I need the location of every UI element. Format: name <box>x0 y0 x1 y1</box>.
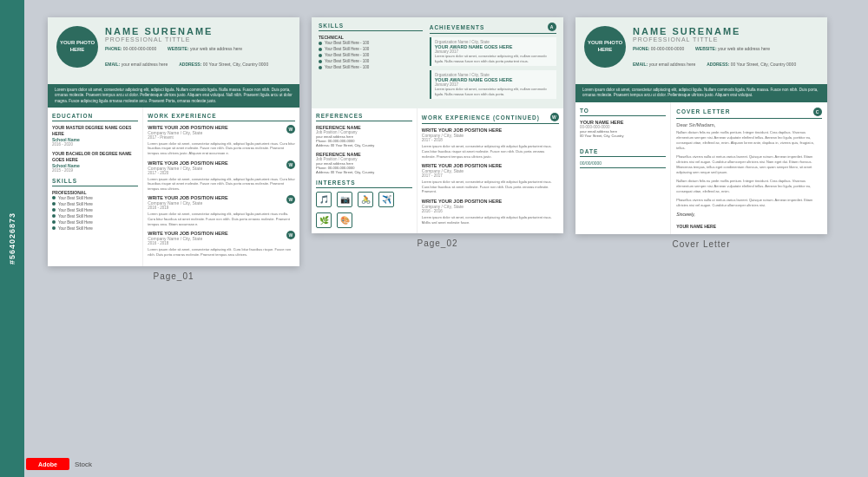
p2-achieve-header: ACHIEVEMENTS A Organization Name / City,… <box>430 23 556 103</box>
work-item-2: W WRITE YOUR JOB POSITION HERE Company N… <box>148 160 295 192</box>
achieve-item-1: Organization Name / City, State YOUR AWA… <box>430 37 556 66</box>
skill-dot <box>52 202 56 206</box>
cl-para3: Nullam dictum felis eu pede mollis preti… <box>676 179 822 194</box>
ref-title: REFERENCES <box>316 113 412 121</box>
cl-to-title: TO <box>580 108 666 116</box>
adobe-stock-text: Stock <box>75 461 92 468</box>
page1-contacts: PHONE: 00-000-000-0000 WEBSITE: your web… <box>105 46 291 62</box>
pages-container: YOUR PHOTO HERE NAME SURENAME PROFESSION… <box>0 0 868 477</box>
cl-photo: YOUR PHOTO HERE <box>584 26 626 68</box>
cl-letter-header: COVER LETTER C <box>676 108 822 119</box>
cl-date-value: 00/00/0000 <box>580 160 666 168</box>
page2-left: REFERENCES REFERENCE NAME Job Position /… <box>312 108 418 233</box>
skills-category: PROFESSIONAL <box>52 190 138 195</box>
cl-left-col: TO YOUR NAME HERE 00-000-000-0000 your e… <box>575 102 671 234</box>
ref-item-2: REFERENCE NAME Job Position / Company yo… <box>316 152 412 174</box>
edu-item-2: YOUR BACHELOR OR DEGREE NAME GOES HERE S… <box>52 151 138 173</box>
cl-para4: Phasellus viverra nulla ut metus varius … <box>676 198 822 208</box>
page1-label: Page_01 <box>153 271 194 281</box>
skill-dot <box>52 220 56 224</box>
page1-bio: Lorem ipsum dolor sit amet, consectetur … <box>48 84 299 108</box>
work-item-4: W WRITE YOUR JOB POSITION HERE Company N… <box>148 231 295 257</box>
page1-header: YOUR PHOTO HERE NAME SURENAME PROFESSION… <box>48 17 299 84</box>
ref-item-1: REFERENCE NAME Job Position / Company yo… <box>316 125 412 147</box>
cl-closing: Sincerely, <box>676 212 822 217</box>
p2-skills-header: SKILLS TECHNICAL Your Best Skill Here - … <box>319 23 423 103</box>
education-title: EDUCATION <box>52 113 138 121</box>
p2-work-item-1: WRITE YOUR JOB POSITION HERE Company / C… <box>422 127 559 159</box>
cl-body: TO YOUR NAME HERE 00-000-000-0000 your e… <box>575 102 827 234</box>
cover-label: Cover Letter <box>672 239 730 249</box>
interest-icons: 🎵 📷 🚴 ✈️ 🌿 🎨 <box>316 192 412 228</box>
page2-right: WORK EXPERIENCE (Continued) W WRITE YOUR… <box>418 108 563 233</box>
p2-work-item-2: WRITE YOUR JOB POSITION HERE Company / C… <box>422 163 559 194</box>
work-item-3: W WRITE YOUR JOB POSITION HERE Company N… <box>148 195 295 226</box>
skill-dot <box>52 214 56 218</box>
interest-music: 🎵 <box>316 192 332 207</box>
photo-placeholder: YOUR PHOTO HERE <box>56 40 98 54</box>
cl-salutation: Dear Sir/Madam, <box>676 122 822 127</box>
cl-right-col: COVER LETTER C Dear Sir/Madam, Nullam di… <box>671 102 827 234</box>
page1-title: PROFESSIONAL TITTLE <box>105 36 291 42</box>
interest-nature: 🌿 <box>316 212 332 228</box>
page2-label: Page_02 <box>417 238 457 248</box>
adobe-badge: Adobe Stock <box>26 458 868 470</box>
skill-row-2: Your Best Skill Here <box>52 202 138 206</box>
skill-dot <box>52 208 56 212</box>
website-item: WEBSITE: your web site address here <box>168 46 242 62</box>
skill-row-4: Your Best Skill Here <box>52 214 138 219</box>
page1-left-col: EDUCATION YOUR MASTER DEGREE NAME GOES H… <box>48 108 143 267</box>
work-item-1: W WRITE YOUR JOB POSITION HERE Company N… <box>148 125 295 156</box>
edu-item-1: YOUR MASTER DEGREE NAME GOES HERE School… <box>52 125 138 147</box>
page1-contacts2: EMAIL: your email address here ADDRESS: … <box>105 62 291 77</box>
cl-date-title: DATE <box>580 148 666 157</box>
page1-photo: YOUR PHOTO HERE <box>56 26 98 68</box>
interest-cycle: 🚴 <box>358 192 373 207</box>
page2-header: SKILLS TECHNICAL Your Best Skill Here - … <box>312 17 563 108</box>
cover-wrapper: YOUR PHOTO HERE NAME SURENAME PROFESSION… <box>575 17 827 249</box>
cl-to-city: 00 Your Street, City, Country <box>580 134 666 138</box>
cl-contacts: PHONE: 00-000-000-0000 WEBSITE: your web… <box>633 46 819 62</box>
p2-work-item-3: WRITE YOUR JOB POSITION HERE Company / C… <box>422 199 559 225</box>
interest-photo: 📷 <box>337 192 352 207</box>
work-title: WORK EXPERIENCE <box>148 113 295 121</box>
cl-photo-placeholder: YOUR PHOTO HERE <box>584 40 626 54</box>
page1-body: EDUCATION YOUR MASTER DEGREE NAME GOES H… <box>48 108 299 267</box>
interest-travel: ✈️ <box>378 192 394 207</box>
cl-title: PROFESSIONAL TITTLE <box>633 36 819 42</box>
page1-right-col: WORK EXPERIENCE W WRITE YOUR JOB POSITIO… <box>143 108 299 267</box>
skill-dot <box>52 226 56 230</box>
cl-header-info: NAME SURENAME PROFESSIONAL TITTLE PHONE:… <box>633 26 819 77</box>
cover-page: YOUR PHOTO HERE NAME SURENAME PROFESSION… <box>575 17 827 234</box>
adobe-logo: Adobe <box>26 458 69 470</box>
page1-header-info: NAME SURENAME PROFESSIONAL TITTLE PHONE:… <box>105 26 291 77</box>
page2: SKILLS TECHNICAL Your Best Skill Here - … <box>312 17 563 233</box>
cl-contacts2: EMAIL: your email address here ADDRESS: … <box>633 62 819 77</box>
achieve-item-2: Organization Name / City, State YOUR AWA… <box>430 70 556 99</box>
page2-wrapper: SKILLS TECHNICAL Your Best Skill Here - … <box>312 17 563 248</box>
skills-title: SKILLS <box>52 178 138 186</box>
skill-row-6: Your Best Skill Here <box>52 226 138 231</box>
skill-row-3: Your Best Skill Here <box>52 208 138 212</box>
skill-row-1: Your Best Skill Here <box>52 196 138 200</box>
watermark-id: #564026873 <box>8 212 16 265</box>
cl-header: YOUR PHOTO HERE NAME SURENAME PROFESSION… <box>575 17 827 84</box>
email-item: EMAIL: your email address here <box>105 62 168 77</box>
watermark-bar: #564026873 <box>0 0 24 477</box>
adobe-logo-text: Adobe <box>38 461 57 467</box>
page2-body: REFERENCES REFERENCE NAME Job Position /… <box>312 108 563 233</box>
cl-bio: Lorem ipsum dolor sit amet, consectetur … <box>575 84 827 102</box>
cl-signature-name: YOUR NAME HERE <box>676 224 822 229</box>
cl-name: NAME SURENAME <box>633 26 819 36</box>
cl-para2: Phasellus viverra nulla ut metus varius … <box>676 154 822 175</box>
phone-item: PHONE: 00-000-000-0000 <box>105 46 156 62</box>
interests-title: INTERESTS <box>316 180 412 188</box>
p2-skills-title: SKILLS <box>319 23 423 31</box>
address-item: ADDRESS: 00 Your Street, City, Country 0… <box>179 62 268 77</box>
page1: YOUR PHOTO HERE NAME SURENAME PROFESSION… <box>48 17 299 266</box>
skill-row-5: Your Best Skill Here <box>52 220 138 225</box>
cl-para1: Nullam dictum felis eu pede mollis preti… <box>676 130 822 151</box>
page1-wrapper: YOUR PHOTO HERE NAME SURENAME PROFESSION… <box>48 17 299 281</box>
page1-name: NAME SURENAME <box>105 26 291 36</box>
skill-dot <box>52 196 56 199</box>
